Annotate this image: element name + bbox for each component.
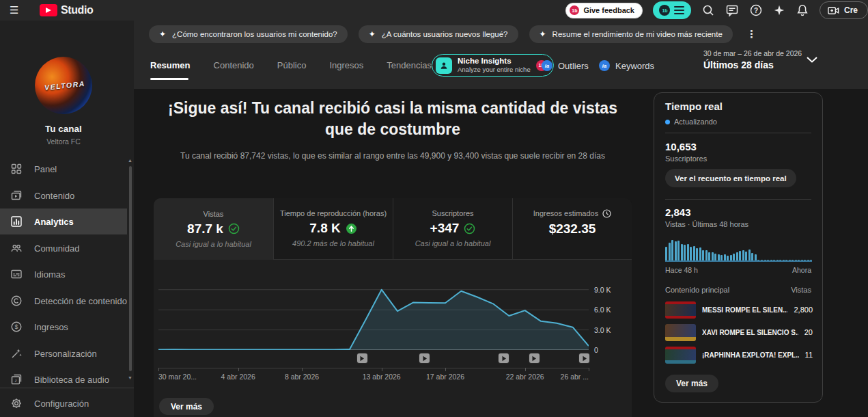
metric-note: Casi igual a lo habitual	[176, 240, 251, 249]
x-axis-tickmark	[445, 368, 446, 371]
chevron-down-icon[interactable]	[806, 56, 818, 64]
chip-summarize-latest-video[interactable]: ✦ Resume el rendimiento de mi video más …	[529, 25, 733, 43]
realtime-bar	[693, 246, 695, 260]
video-published-marker[interactable]	[419, 353, 430, 363]
realtime-bar	[785, 260, 787, 260]
top-video-row[interactable]: ¡RAPHINHA EXPLOTA! EXPL... 11	[665, 345, 813, 364]
subtitles-icon	[10, 268, 23, 280]
realtime-bar	[687, 244, 689, 260]
y-axis-labels: 03.0 K6.0 K9.0 K	[594, 280, 626, 350]
youtube-studio-logo[interactable]: Studio	[40, 4, 93, 16]
y-axis-tick: 9.0 K	[594, 286, 611, 294]
realtime-bar	[736, 252, 738, 260]
video-published-marker[interactable]	[357, 353, 367, 363]
feedback-comment-icon[interactable]	[725, 3, 739, 17]
sparkle-icon: ✦	[159, 29, 166, 39]
chips-overflow-menu-icon[interactable]: ⋮	[744, 28, 759, 40]
summary-subtitle: Tu canal recibió 87,742 vistas, lo que e…	[174, 149, 611, 163]
top-video-row[interactable]: XAVI ROMPE EL SILENCIO S... 20	[665, 323, 813, 342]
realtime-bar	[690, 247, 692, 260]
analytics-tabs: Resumen Contenido Público Ingresos Tende…	[150, 60, 432, 70]
tab-publico[interactable]: Público	[277, 60, 307, 70]
realtime-see-more-button[interactable]: Ver más	[665, 375, 718, 392]
extension-badge-icon: 1b	[570, 5, 579, 15]
metric-label: Vistas	[204, 210, 224, 218]
top-video-row[interactable]: MESSI ROMPE EL SILEN... 2,800	[665, 300, 813, 319]
video-published-marker[interactable]	[499, 353, 509, 363]
sidebar-scrollbar-up-icon[interactable]: ▲	[128, 158, 132, 163]
realtime-bar	[757, 260, 759, 260]
metric-ingresos-estimados[interactable]: Ingresos estimados $232.35	[512, 198, 632, 260]
extension-badge-icon: 1b	[659, 5, 670, 16]
dollar-icon: $	[10, 321, 23, 333]
realtime-bar	[795, 260, 797, 260]
sidebar-item-contenido[interactable]: Contenido	[0, 183, 127, 209]
help-icon[interactable]: ?	[749, 3, 763, 17]
sidebar-item-biblioteca[interactable]: ♪ Biblioteca de audio	[0, 366, 127, 392]
sidebar-item-label: Configuración	[34, 399, 89, 409]
x-axis-tickmark	[589, 368, 589, 371]
sidebar-item-ingresos[interactable]: $ Ingresos	[0, 314, 127, 340]
content-icon	[10, 189, 23, 202]
realtime-subscribers-label: Suscriptores	[665, 154, 707, 163]
keywords-label: Keywords	[615, 61, 654, 71]
line-chart-plot[interactable]	[158, 280, 589, 350]
sidebar-item-comunidad[interactable]: Comunidad	[0, 235, 127, 261]
sidebar-item-deteccion[interactable]: Detección de contenido	[0, 288, 127, 314]
realtime-bar-chart	[665, 236, 812, 262]
sidebar-scrollbar[interactable]	[129, 166, 132, 371]
metric-tiempo-reproduccion[interactable]: Tiempo de reproducción (horas) 7.8 K 490…	[273, 198, 393, 260]
live-count-button[interactable]: Ver el recuento en tiempo real	[665, 169, 796, 187]
tab-resumen[interactable]: Resumen	[150, 60, 191, 70]
keywords-tab[interactable]: ia Keywords	[599, 60, 654, 71]
sidebar-item-idiomas[interactable]: Idiomas	[0, 261, 127, 287]
arrow-up-circle-icon	[346, 223, 357, 234]
outliers-tab[interactable]: ia Outliers	[542, 60, 589, 71]
metric-label: Suscriptores	[432, 209, 473, 217]
ai-sparkle-icon[interactable]	[773, 4, 785, 16]
notifications-bell-icon[interactable]	[796, 3, 809, 17]
create-button[interactable]: Cre	[820, 1, 868, 19]
date-range-selector[interactable]: 30 de mar – 26 de abr de 2026 Últimos 28…	[703, 49, 820, 70]
realtime-bar	[708, 252, 710, 260]
realtime-bar	[730, 255, 732, 260]
summary-see-more-button[interactable]: Ver más	[159, 398, 214, 415]
metric-note: Casi igual a lo habitual	[415, 239, 491, 248]
sidebar-item-analytics[interactable]: Analytics	[0, 209, 127, 234]
y-axis-tick: 6.0 K	[594, 306, 611, 314]
realtime-axis-labels: Hace 48 h Ahora	[665, 266, 811, 274]
divider	[665, 199, 811, 200]
sidebar-item-panel[interactable]: Panel	[0, 156, 127, 182]
give-feedback-button[interactable]: 1b Give feedback	[565, 3, 643, 18]
tab-contenido[interactable]: Contenido	[214, 60, 254, 70]
menu-hamburger-icon[interactable]: ☰	[10, 4, 27, 16]
realtime-views-label: Vistas · Últimas 48 horas	[665, 220, 748, 228]
video-published-marker[interactable]	[529, 353, 540, 363]
niche-insights-button[interactable]: Niche Insights Analyze your entire niche…	[432, 54, 554, 77]
chip-how-users-found[interactable]: ✦ ¿Cómo encontraron los usuarios mi cont…	[149, 25, 348, 43]
x-axis-tickmark	[158, 368, 159, 371]
realtime-bar	[776, 260, 779, 260]
channel-avatar[interactable]: VELTORA	[35, 57, 92, 114]
x-axis-tickmark	[302, 368, 303, 371]
x-axis-tickmark	[238, 368, 239, 371]
search-icon[interactable]	[701, 3, 715, 17]
realtime-bar	[804, 260, 806, 260]
metric-suscriptores[interactable]: Suscriptores +347 Casi igual a lo habitu…	[393, 198, 512, 260]
extension-pill-button[interactable]: 1b	[653, 1, 691, 19]
video-published-marker[interactable]	[579, 353, 589, 363]
tab-tendencias[interactable]: Tendencias	[387, 60, 432, 70]
metric-vistas[interactable]: Vistas 87.7 k Casi igual a lo habitual	[154, 198, 273, 260]
channel-summary-card: Vistas 87.7 k Casi igual a lo habitual T…	[154, 198, 632, 417]
x-axis-tick: 17 abr 2026	[426, 373, 464, 381]
chip-new-users-reached[interactable]: ✦ ¿A cuántos usuarios nuevos llegué?	[359, 25, 518, 43]
video-views: 11	[805, 351, 813, 359]
sidebar-item-personalizacion[interactable]: Personalización	[0, 340, 127, 366]
realtime-bar	[783, 260, 785, 260]
tab-ingresos[interactable]: Ingresos	[329, 60, 363, 70]
realtime-bar	[677, 241, 680, 260]
sidebar-scrollbar-down-icon[interactable]: ▼	[128, 375, 132, 380]
sidebar-item-configuracion[interactable]: Configuración	[0, 390, 127, 416]
realtime-bar	[764, 260, 766, 260]
realtime-views-value: 2,843	[665, 206, 691, 218]
